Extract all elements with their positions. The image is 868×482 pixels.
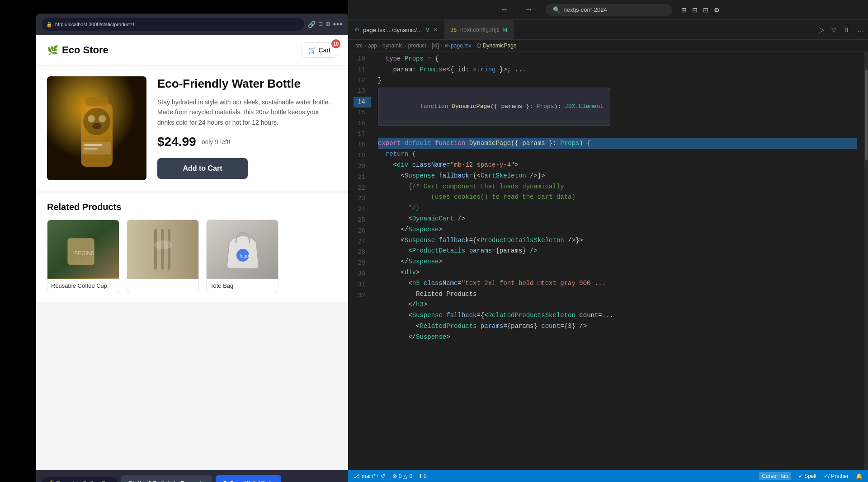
- scrollbar[interactable]: [864, 52, 868, 470]
- static-btn-label: Static ↺ Switch to Dynamic: [128, 480, 205, 482]
- code-line-31: <RelatedProducts params={params} count={…: [378, 321, 857, 332]
- add-to-cart-button[interactable]: Add to Cart: [157, 158, 248, 179]
- code-line-11: param: Promise<{ id: string }>; ...: [378, 65, 857, 75]
- product-price: $24.99: [157, 135, 196, 149]
- static-switch-button[interactable]: Static ↺ Switch to Dynamic: [121, 475, 212, 482]
- address-text: nextjs-conf-2024: [564, 6, 607, 13]
- related-product-image-3: logo: [207, 220, 278, 279]
- svg-rect-14: [154, 229, 157, 270]
- settings-icon[interactable]: ⚙: [714, 6, 720, 14]
- related-product-card-1[interactable]: BEGINS Reusable Coffee Cup: [47, 220, 119, 293]
- address-bar[interactable]: 🔍 nextjs-conf-2024: [546, 4, 672, 16]
- editor-tabs: ⚙ page.tsx .../dynamic/... M ✕ JS next.c…: [348, 20, 868, 40]
- pause-button[interactable]: ⏸: [840, 26, 854, 33]
- svg-point-6: [92, 123, 101, 129]
- product-section: Eco-Friendly Water Bottle Stay hydrated …: [36, 66, 348, 191]
- code-line-21: <DynamicCart />: [378, 214, 857, 225]
- breadcrumb-src: src: [355, 42, 363, 49]
- code-line-27: <h3 className="text-2xl font-bold □text-…: [378, 278, 857, 289]
- tab1-badge: M: [425, 27, 429, 33]
- code-line-20: */}: [378, 203, 857, 214]
- expand-icon: ⊞: [326, 21, 330, 28]
- svg-rect-9: [84, 148, 98, 150]
- code-line-19: (uses cookies() to read the cart data): [378, 192, 857, 203]
- layout-icon-1[interactable]: ⊞: [681, 6, 687, 14]
- prettier[interactable]: ✓/ Prettier: [824, 473, 849, 479]
- browser-bottom-bar: ⚡ Reusable Coffee Cup Static ↺ Switch to…: [36, 470, 348, 482]
- breadcrumb-id: [id]: [432, 42, 439, 49]
- cart-button[interactable]: 🛒 Cart 10: [302, 42, 337, 58]
- product-price-row: $24.99 only 9 left!: [157, 135, 337, 149]
- store-header: 🌿 Eco Store 🛒 Cart 10: [36, 35, 348, 66]
- tab1-label: page.tsx .../dynamic/...: [363, 27, 422, 33]
- code-line-22: </Suspense>: [378, 225, 857, 235]
- code-line-23: <Suspense fallback={<ProductDetailsSkele…: [378, 235, 857, 246]
- browser-window: 🔒 http://localhost:3000/static/product/1…: [36, 14, 348, 482]
- code-editor: 10 11 12 13 14 15 16 17 18 19 20 21 22 2…: [348, 52, 868, 470]
- line-numbers: 10 11 12 13 14 15 16 17 18 19 20 21 22 2…: [348, 52, 371, 470]
- vscode-toolbar-icons: ⊞ ⊟ ⊡ ⚙: [681, 6, 720, 14]
- svg-text:BEGINS: BEGINS: [74, 250, 94, 257]
- statusbar-branch[interactable]: ⎇ main*+ ↺: [354, 473, 385, 479]
- spell-check[interactable]: ✓ Spell: [798, 473, 816, 479]
- code-line-28: Related Products: [378, 289, 857, 300]
- leaf-icon: 🌿: [47, 45, 58, 56]
- svg-point-3: [83, 108, 110, 135]
- error-count: 0: [399, 473, 402, 479]
- warning-count: 0: [409, 473, 412, 479]
- forward-button[interactable]: →: [521, 3, 537, 16]
- tab-page-tsx[interactable]: ⚙ page.tsx .../dynamic/... M ✕: [348, 20, 444, 39]
- core-web-vitals-button[interactable]: ⟳ Core Web Vitals: [216, 475, 281, 482]
- product-info: Eco-Friendly Water Bottle Stay hydrated …: [157, 76, 337, 180]
- search-icon: 🔍: [553, 6, 560, 13]
- code-line-14: export default function DynamicPage({ pa…: [378, 138, 857, 149]
- svg-rect-2: [85, 97, 108, 106]
- debug-button[interactable]: ▽: [828, 26, 840, 33]
- code-line-18: {/* Cart component that loads dynamicall…: [378, 182, 857, 192]
- code-line-30: <Suspense fallback={<RelatedProductsSkel…: [378, 310, 857, 321]
- run-button[interactable]: ▷: [815, 25, 828, 34]
- code-line-10: type Props = {: [378, 54, 857, 65]
- store-logo: 🌿 Eco Store: [47, 44, 108, 56]
- svg-text:logo: logo: [240, 253, 249, 258]
- back-button[interactable]: ←: [497, 3, 512, 16]
- statusbar-errors[interactable]: ⊗ 0 △ 0: [392, 473, 412, 479]
- scrollbar-thumb: [865, 70, 868, 160]
- related-product-card-3[interactable]: logo Tote Bag: [206, 220, 278, 293]
- code-line-25: </Suspense>: [378, 257, 857, 267]
- breadcrumb-function: ⬡ DynamicPage: [476, 42, 516, 49]
- breadcrumb-product: product: [408, 42, 426, 49]
- tab1-close[interactable]: ✕: [433, 27, 438, 33]
- code-line-32: </Suspense>: [378, 332, 857, 343]
- layout-icon-2[interactable]: ⊟: [692, 6, 698, 14]
- bottom-label: ⚡ Reusable Coffee Cup: [42, 477, 118, 482]
- more-menu-button[interactable]: …: [854, 26, 868, 34]
- ts-icon: ⚙: [354, 27, 359, 33]
- info-icon: ℹ: [420, 473, 422, 479]
- tab-next-config[interactable]: JS next.config.mjs M: [444, 20, 514, 39]
- more-icon: ●●●: [333, 21, 343, 28]
- code-line-24: <ProductDetails params={params} />: [378, 246, 857, 257]
- svg-point-5: [99, 115, 106, 122]
- code-line-13: [378, 128, 857, 139]
- bottom-label-text: Reusable Coffee Cup: [56, 480, 112, 482]
- statusbar-info[interactable]: ℹ 0: [420, 473, 427, 479]
- lightning-icon: ⚡: [47, 480, 54, 482]
- info-count: 0: [424, 473, 427, 479]
- share-icon: 🔗: [308, 21, 316, 28]
- svg-rect-15: [161, 229, 164, 270]
- browser-icons: 🔗 ⊡ ⊞ ●●●: [308, 21, 343, 28]
- svg-rect-8: [84, 144, 102, 146]
- cart-icon: 🛒: [308, 47, 316, 54]
- notification-icon[interactable]: 🔔: [856, 473, 863, 479]
- cursor-tab[interactable]: Cursor Tab: [759, 472, 791, 480]
- branch-icon: ⎇: [354, 473, 360, 479]
- related-product-card-2[interactable]: [127, 220, 199, 293]
- browser-content: 🌿 Eco Store 🛒 Cart 10: [36, 35, 348, 470]
- code-line-17: <Suspense fallback={<CartSkeleton />}>: [378, 171, 857, 182]
- svg-point-17: [154, 240, 172, 249]
- product-stock: only 9 left!: [202, 138, 231, 145]
- product-title: Eco-Friendly Water Bottle: [157, 76, 337, 92]
- url-bar[interactable]: 🔒 http://localhost:3000/static/product/1: [42, 18, 304, 31]
- layout-icon-3[interactable]: ⊡: [703, 6, 708, 14]
